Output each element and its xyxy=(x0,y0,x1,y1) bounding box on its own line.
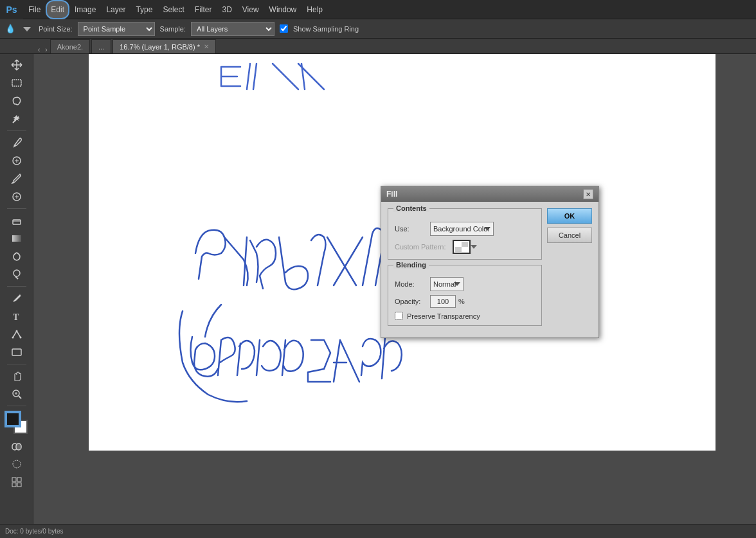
menu-window[interactable]: Window xyxy=(264,0,302,19)
custom-pattern-label: Custom Pattern: xyxy=(395,243,453,251)
eyedropper-tool[interactable] xyxy=(8,134,25,151)
dialog-titlebar: Fill ✕ xyxy=(381,186,598,202)
menu-select[interactable]: Select xyxy=(158,0,189,19)
svg-rect-21 xyxy=(462,242,468,247)
toolbar-separator-1 xyxy=(7,130,26,131)
dodge-tool[interactable] xyxy=(8,266,25,283)
ps-logo: Ps xyxy=(0,0,23,19)
foreground-color-box[interactable] xyxy=(6,412,20,426)
svg-marker-0 xyxy=(23,27,31,31)
toolbar-separator-4 xyxy=(7,364,26,364)
dialog-left-panel: Contents Use: Foreground Color Backgroun… xyxy=(388,208,542,331)
preserve-transparency-row: Preserve Transparency xyxy=(395,312,535,320)
fill-dialog: Fill ✕ Contents Use: xyxy=(381,186,599,338)
svg-point-9 xyxy=(12,337,14,339)
spot-heal-tool[interactable] xyxy=(8,152,25,169)
svg-point-10 xyxy=(15,330,17,332)
sample-select[interactable]: All Layers xyxy=(191,22,274,36)
menu-layer[interactable]: Layer xyxy=(101,0,130,19)
lasso-tool[interactable] xyxy=(8,93,25,109)
zoom-tool[interactable] xyxy=(8,386,25,402)
contents-group-label: Contents xyxy=(393,204,429,212)
custom-pattern-preview[interactable] xyxy=(453,240,471,254)
color-selector[interactable] xyxy=(6,412,28,434)
options-bar: 💧 Point Size: Point Sample Sample: All L… xyxy=(0,19,756,39)
quick-mask-tool[interactable] xyxy=(8,438,25,454)
point-size-select[interactable]: Point Sample xyxy=(78,22,155,36)
eyedropper-icon: 💧 xyxy=(5,24,15,33)
menu-help[interactable]: Help xyxy=(302,0,328,19)
menu-edit[interactable]: Edit xyxy=(46,0,69,19)
tab-scroll-left[interactable]: ‹ xyxy=(35,46,42,53)
mode-row: Mode: Normal Dissolve Darken Multiply xyxy=(395,277,535,291)
svg-rect-1 xyxy=(12,80,21,86)
svg-rect-18 xyxy=(12,483,16,487)
magic-wand-tool[interactable] xyxy=(8,111,25,127)
menu-image[interactable]: Image xyxy=(69,0,101,19)
hand-tool[interactable] xyxy=(8,368,25,384)
status-text: Doc: 0 bytes/0 bytes xyxy=(5,528,64,535)
mode-select-wrapper: Normal Dissolve Darken Multiply xyxy=(430,277,535,291)
brush-tool[interactable] xyxy=(8,170,25,187)
mode-select[interactable]: Normal Dissolve Darken Multiply xyxy=(430,277,464,291)
svg-text:T: T xyxy=(13,312,19,322)
point-size-label: Point Size: xyxy=(39,25,73,33)
menu-file[interactable]: File xyxy=(23,0,46,19)
blending-group-label: Blending xyxy=(393,261,429,269)
pen-tool[interactable] xyxy=(8,290,25,307)
toolbar-separator-5 xyxy=(7,406,26,406)
blending-group: Blending Mode: Normal Dissolve Darken xyxy=(388,265,542,326)
menu-filter[interactable]: Filter xyxy=(190,0,217,19)
opacity-input[interactable] xyxy=(430,295,456,308)
toolbar: T xyxy=(0,54,33,538)
gradient-tool[interactable] xyxy=(8,230,25,247)
3d-rotate-tool[interactable] xyxy=(8,456,25,472)
dialog-body: Contents Use: Foreground Color Backgroun… xyxy=(381,202,598,337)
use-select-wrapper: Foreground Color Background Color Color.… xyxy=(430,222,535,236)
svg-point-2 xyxy=(14,145,15,147)
preserve-transparency-label: Preserve Transparency xyxy=(407,312,480,320)
ok-button[interactable]: OK xyxy=(547,208,592,224)
path-select-tool[interactable] xyxy=(8,326,25,343)
main-area: T xyxy=(0,54,756,538)
menu-3d[interactable]: 3D xyxy=(217,0,237,19)
tab-close-icon[interactable]: ✕ xyxy=(204,43,209,50)
sample-label: Sample: xyxy=(160,25,186,33)
menu-type[interactable]: Type xyxy=(130,0,158,19)
tab-bar: ‹ › Akone2. ... 16.7% (Layer 1, RGB/8) *… xyxy=(0,39,756,54)
arrange-tool[interactable] xyxy=(8,474,25,490)
toolbar-separator-2 xyxy=(7,208,26,209)
clone-stamp-tool[interactable] xyxy=(8,188,25,205)
menu-view[interactable]: View xyxy=(237,0,264,19)
svg-rect-5 xyxy=(13,220,21,224)
dialog-title: Fill xyxy=(386,190,397,199)
preserve-transparency-checkbox[interactable] xyxy=(395,312,403,320)
canvas-area: Fill ✕ Contents Use: xyxy=(33,54,756,538)
opacity-label: Opacity: xyxy=(395,298,430,305)
tab-scroll-right[interactable]: › xyxy=(42,46,50,53)
custom-pattern-row: Custom Pattern: xyxy=(395,240,535,254)
opacity-row: Opacity: % xyxy=(395,295,535,308)
show-sampling-ring-checkbox[interactable] xyxy=(280,24,288,33)
show-sampling-ring-label: Show Sampling Ring xyxy=(293,25,359,33)
tab-active[interactable]: 16.7% (Layer 1, RGB/8) * ✕ xyxy=(113,39,216,53)
pattern-arrow-icon[interactable] xyxy=(471,241,478,253)
rectangle-shape-tool[interactable] xyxy=(8,344,25,361)
dialog-close-button[interactable]: ✕ xyxy=(583,189,593,199)
marquee-tool[interactable] xyxy=(8,75,25,91)
svg-rect-16 xyxy=(12,478,16,481)
svg-marker-23 xyxy=(471,245,477,249)
eraser-tool[interactable] xyxy=(8,212,25,229)
blur-tool[interactable] xyxy=(8,248,25,265)
svg-point-7 xyxy=(14,270,20,276)
opacity-unit: % xyxy=(458,298,465,305)
tab-dots[interactable]: ... xyxy=(91,39,111,53)
use-select[interactable]: Foreground Color Background Color Color.… xyxy=(430,222,494,236)
svg-rect-15 xyxy=(16,444,21,450)
move-tool[interactable] xyxy=(8,57,25,73)
tab-akone2[interactable]: Akone2. xyxy=(50,39,90,53)
cancel-button[interactable]: Cancel xyxy=(547,228,592,243)
text-tool[interactable]: T xyxy=(8,308,25,325)
contents-group: Contents Use: Foreground Color Backgroun… xyxy=(388,208,542,260)
status-bar: Doc: 0 bytes/0 bytes xyxy=(0,524,756,538)
